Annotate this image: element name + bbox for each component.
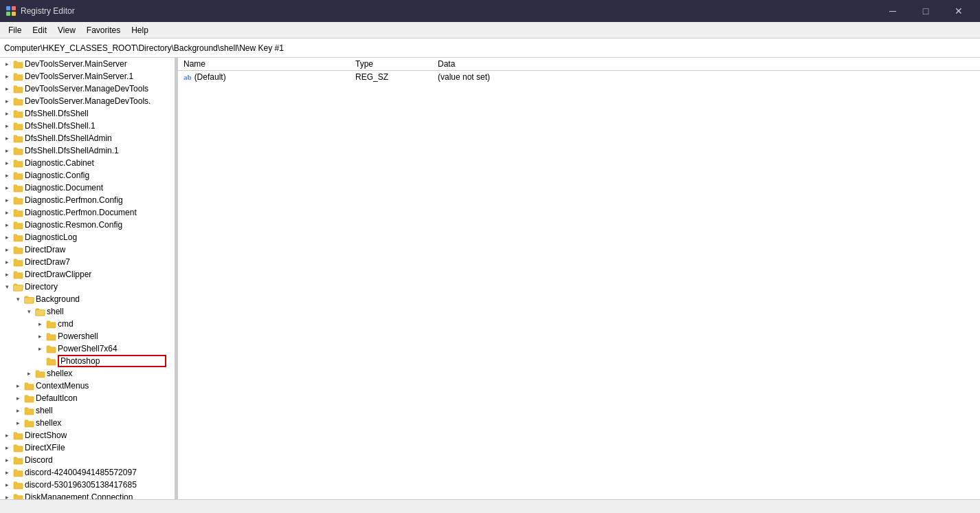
expand-btn[interactable]: ▸	[1, 96, 12, 107]
tree-item-diag3[interactable]: ▸ Diagnostic.Document	[0, 182, 175, 194]
expand-btn[interactable]: ▸	[1, 244, 12, 255]
folder-icon-discord	[12, 455, 23, 465]
tree-label-background: Background	[36, 294, 80, 304]
tree-item-diag1[interactable]: ▸ Diagnostic.Cabinet	[0, 157, 175, 169]
expand-btn[interactable]: ▸	[34, 343, 45, 354]
col-header-name[interactable]: Name	[178, 58, 350, 71]
tree-item-discord2[interactable]: ▸ discord-424004941485572097	[0, 466, 175, 479]
expand-btn[interactable]: ▸	[1, 269, 12, 280]
expand-btn[interactable]: ▸	[1, 133, 12, 144]
expand-btn[interactable]: ▸	[1, 442, 12, 453]
tree-item-photoshop-editing[interactable]	[0, 355, 175, 367]
expand-btn[interactable]: ▸	[12, 405, 23, 416]
tree-item-shellex2[interactable]: ▸ shellex	[0, 417, 175, 429]
menu-view[interactable]: View	[52, 24, 81, 36]
status-bar	[0, 499, 980, 513]
tree-item-background[interactable]: ▾ Background	[0, 293, 175, 305]
expand-btn[interactable]: ▸	[34, 331, 45, 342]
tree-item-dfsshell4[interactable]: ▸ DfsShell.DfsShellAdmin.1	[0, 144, 175, 157]
tree-item-cmd[interactable]: ▸ cmd	[0, 318, 175, 330]
expand-btn[interactable]: ▸	[1, 108, 12, 119]
expand-btn[interactable]: ▸	[1, 83, 12, 94]
expand-btn[interactable]: ▸	[1, 430, 12, 441]
expand-btn[interactable]: ▸	[1, 492, 12, 499]
expand-btn[interactable]: ▸	[1, 157, 12, 168]
folder-icon-powershell7	[45, 344, 56, 353]
col-header-type[interactable]: Type	[350, 58, 432, 71]
expand-btn[interactable]: ▸	[1, 467, 12, 478]
folder-icon-diag5	[12, 208, 23, 217]
expand-btn[interactable]: ▸	[1, 182, 12, 193]
expand-btn[interactable]: ▸	[1, 170, 12, 181]
menu-help[interactable]: Help	[126, 24, 154, 36]
tree-item-devtools4[interactable]: ▸ DevToolsServer.ManageDevTools.	[0, 95, 175, 107]
expand-btn[interactable]: ▸	[1, 232, 12, 243]
expand-btn[interactable]: ▸	[1, 256, 12, 268]
expand-btn[interactable]: ▸	[1, 479, 12, 490]
tree-item-dfsshell2[interactable]: ▸ DfsShell.DfsShell.1	[0, 120, 175, 132]
expand-btn[interactable]: ▸	[23, 368, 34, 379]
maximize-button[interactable]: □	[910, 0, 942, 22]
menu-favorites[interactable]: Favorites	[81, 24, 126, 36]
expand-btn[interactable]: ▸	[12, 380, 23, 391]
tree-item-discord3[interactable]: ▸ discord-530196305138417685	[0, 479, 175, 491]
tree-item-devtools1[interactable]: ▸ DevToolsServer.MainServer	[0, 58, 175, 70]
app-window: Registry Editor ─ □ ✕ File Edit View Fav…	[0, 0, 980, 513]
tree-item-shellex[interactable]: ▸ shellex	[0, 367, 175, 380]
tree-label-discord2: discord-424004941485572097	[25, 468, 137, 477]
tree-item-directory[interactable]: ▾ Directory	[0, 281, 175, 293]
tree-item-diag5[interactable]: ▸ Diagnostic.Perfmon.Document	[0, 206, 175, 219]
tree-label-cmd: cmd	[58, 319, 74, 329]
tree-item-diag2[interactable]: ▸ Diagnostic.Config	[0, 169, 175, 182]
tree-item-directshow[interactable]: ▸ DirectShow	[0, 429, 175, 441]
expand-btn[interactable]: ▸	[12, 417, 23, 428]
tree-item-defaulticon[interactable]: ▸ DefaultIcon	[0, 392, 175, 404]
tree-item-powershell7[interactable]: ▸ PowerShell7x64	[0, 342, 175, 355]
folder-icon-diag6	[12, 220, 23, 230]
tree-item-dfsshell1[interactable]: ▸ DfsShell.DfsShell	[0, 107, 175, 120]
tree-item-diaglog[interactable]: ▸ DiagnosticLog	[0, 231, 175, 243]
minimize-button[interactable]: ─	[877, 0, 909, 22]
expand-btn[interactable]: ▸	[1, 58, 12, 69]
tree-label-diag6: Diagnostic.Resmon.Config	[25, 220, 122, 230]
tree-item-discord[interactable]: ▸ Discord	[0, 454, 175, 466]
expand-btn[interactable]: ▸	[1, 195, 12, 206]
expand-btn[interactable]: ▸	[1, 455, 12, 466]
expand-btn[interactable]: ▸	[1, 207, 12, 218]
tree-label-dfsshell1: DfsShell.DfsShell	[25, 109, 89, 118]
tree-label-shell: shell	[47, 307, 64, 316]
address-path: Computer\HKEY_CLASSES_ROOT\Directory\Bac…	[4, 43, 284, 53]
tree-pane[interactable]: ▸ DevToolsServer.MainServer▸ DevToolsSer…	[0, 58, 175, 499]
photoshop-name-input[interactable]	[58, 355, 166, 367]
menu-file[interactable]: File	[3, 24, 27, 36]
expand-btn[interactable]: ▸	[1, 71, 12, 82]
tree-label-powershell: Powershell	[58, 331, 98, 341]
close-button[interactable]: ✕	[943, 0, 975, 22]
menu-edit[interactable]: Edit	[27, 24, 52, 36]
expand-btn[interactable]: ▾	[1, 281, 12, 292]
tree-item-devtools3[interactable]: ▸ DevToolsServer.ManageDevTools	[0, 83, 175, 95]
tree-item-dfsshell3[interactable]: ▸ DfsShell.DfsShellAdmin	[0, 132, 175, 144]
tree-item-directxfile[interactable]: ▸ DirectXFile	[0, 441, 175, 454]
expand-btn[interactable]: ▸	[34, 318, 45, 329]
tree-item-directdraw[interactable]: ▸ DirectDraw	[0, 243, 175, 256]
tree-item-contextmenus[interactable]: ▸ ContextMenus	[0, 380, 175, 392]
tree-item-shell[interactable]: ▾ shell	[0, 305, 175, 318]
tree-item-diag6[interactable]: ▸ Diagnostic.Resmon.Config	[0, 219, 175, 231]
table-row[interactable]: ab(Default)REG_SZ(value not set)	[178, 71, 980, 84]
expand-btn[interactable]: ▸	[1, 120, 12, 131]
tree-item-diag4[interactable]: ▸ Diagnostic.Perfmon.Config	[0, 194, 175, 206]
expand-btn[interactable]: ▸	[1, 145, 12, 156]
tree-item-devtools2[interactable]: ▸ DevToolsServer.MainServer.1	[0, 70, 175, 83]
tree-item-powershell[interactable]: ▸ Powershell	[0, 330, 175, 342]
tree-item-shell2[interactable]: ▸ shell	[0, 404, 175, 417]
col-header-data[interactable]: Data	[432, 58, 980, 71]
tree-item-directdraw7[interactable]: ▸ DirectDraw7	[0, 256, 175, 268]
expand-btn[interactable]: ▸	[1, 219, 12, 230]
expand-btn[interactable]: ▾	[23, 306, 34, 317]
expand-btn-empty	[34, 356, 45, 367]
expand-btn[interactable]: ▾	[12, 294, 23, 305]
tree-item-directdrawc[interactable]: ▸ DirectDrawClipper	[0, 268, 175, 281]
expand-btn[interactable]: ▸	[12, 393, 23, 404]
tree-item-diskmanagement[interactable]: ▸ DiskManagement.Connection	[0, 491, 175, 499]
